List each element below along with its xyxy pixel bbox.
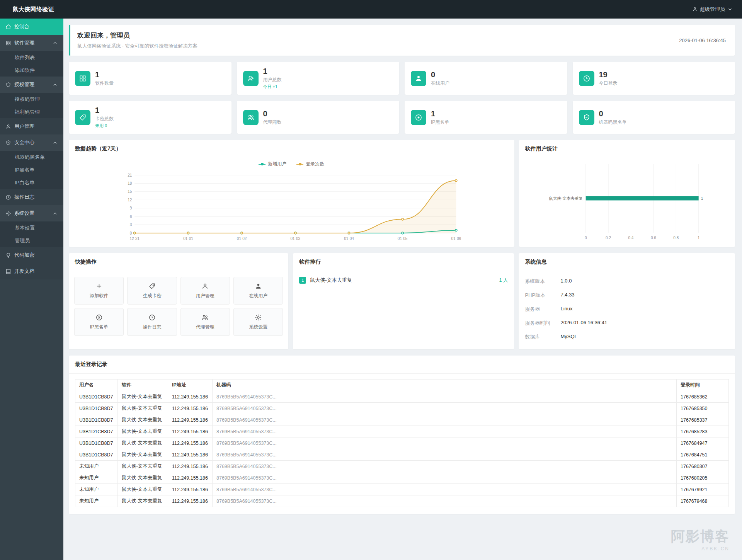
- stat-value: 1: [263, 67, 282, 75]
- sidebar-item-label: 授权管理: [14, 81, 34, 88]
- sidebar-item-code-encrypt[interactable]: 代码加密: [0, 247, 63, 263]
- cell-login-time: 1767684947: [677, 437, 729, 449]
- sidebar-item-ip-blacklist[interactable]: IP黑名单: [0, 163, 63, 176]
- cell-username: 未知用户: [75, 472, 118, 484]
- col-login-time: 登录时间: [677, 380, 729, 391]
- stat-label: 代理商数: [263, 119, 282, 126]
- svg-text:01-03: 01-03: [291, 237, 301, 241]
- sidebar-item-users[interactable]: 用户管理: [0, 118, 63, 134]
- ranking-list-item[interactable]: 1 鼠大侠-文本去重复 1 人: [293, 271, 514, 289]
- stat-software-count: 1软件数量: [69, 62, 231, 95]
- legend-new-users[interactable]: 新增用户: [259, 161, 286, 167]
- software-ranking-card: 软件排行 1 鼠大侠-文本去重复 1 人: [293, 253, 514, 349]
- sidebar-item-label: 系统设置: [14, 210, 34, 217]
- sidebar-item-ip-whitelist[interactable]: IP白名单: [0, 176, 63, 189]
- svg-text:01-06: 01-06: [451, 237, 461, 241]
- stat-label: 机器码黑名单: [599, 119, 627, 126]
- generate-card-button[interactable]: 生成卡密: [127, 277, 177, 305]
- person-icon: [255, 283, 262, 290]
- legend-label: 新增用户: [268, 161, 286, 167]
- cell-ip: 112.249.155.186: [168, 426, 213, 437]
- chevron-up-icon: [52, 140, 58, 146]
- cell-username: U3B1D1CB8D7: [75, 403, 118, 414]
- bulb-icon: [5, 252, 11, 258]
- cell-username: 未知用户: [75, 495, 118, 507]
- sidebar-group-settings[interactable]: 系统设置: [0, 205, 63, 221]
- sidebar-item-license-codes[interactable]: 授权码管理: [0, 93, 63, 106]
- cell-machine-code: 8769B5B5A6914055373C...: [213, 403, 677, 414]
- stat-label: 软件数量: [95, 80, 114, 87]
- svg-text:01-05: 01-05: [398, 237, 408, 241]
- legend-label: 登录次数: [306, 161, 324, 167]
- chevron-up-icon: [52, 82, 58, 88]
- sidebar-group-software[interactable]: 软件管理: [0, 35, 63, 51]
- clock-icon: [579, 71, 594, 86]
- stat-label: 用户总数: [263, 77, 282, 83]
- stat-value: 0: [431, 70, 449, 79]
- operation-logs-button[interactable]: 操作日志: [127, 308, 177, 336]
- sidebar-item-label: 安全中心: [14, 139, 34, 146]
- sidebar-item-basic-settings[interactable]: 基本设置: [0, 221, 63, 234]
- trend-chart-title: 数据趋势（近7天）: [69, 140, 514, 158]
- sidebar-item-machine-blacklist[interactable]: 机器码黑名单: [0, 151, 63, 163]
- user-menu[interactable]: 超级管理员: [692, 6, 733, 13]
- button-label: 代理管理: [196, 324, 214, 330]
- table-row: U3B1D1CB8D7 鼠大侠-文本去重复 112.249.155.186 87…: [75, 414, 729, 426]
- middle-row: 快捷操作 添加软件 生成卡密 用户管理 在线用户 IP黑名单 操作日志 代理管理…: [69, 253, 735, 349]
- sidebar-item-label: 代码加密: [14, 252, 34, 259]
- sidebar-group-license[interactable]: 授权管理: [0, 77, 63, 93]
- circle-dot-icon: [411, 110, 426, 125]
- add-software-button[interactable]: 添加软件: [74, 277, 124, 305]
- sidebar-item-welfare-codes[interactable]: 福利码管理: [0, 106, 63, 118]
- chevron-down-icon: [727, 7, 733, 12]
- svg-text:1: 1: [701, 196, 703, 201]
- table-row: U3B1D1CB8D7 鼠大侠-文本去重复 112.249.155.186 87…: [75, 403, 729, 414]
- user-management-button[interactable]: 用户管理: [180, 277, 230, 305]
- stat-extra: 今日 +1: [263, 84, 282, 90]
- user-menu-label: 超级管理员: [700, 6, 725, 13]
- info-value: MySQL: [560, 334, 577, 340]
- trend-chart-card: 数据趋势（近7天） 新增用户 登录次数 03691215182112-3101-…: [69, 140, 514, 247]
- quick-actions-card: 快捷操作 添加软件 生成卡密 用户管理 在线用户 IP黑名单 操作日志 代理管理…: [69, 253, 288, 349]
- chevron-up-icon: [52, 211, 58, 216]
- system-info-row: 数据库 MySQL: [525, 330, 729, 344]
- sidebar-item-console[interactable]: 控制台: [0, 19, 63, 35]
- sidebar-item-dev-docs[interactable]: 开发文档: [0, 263, 63, 279]
- button-label: 用户管理: [196, 293, 214, 299]
- badge-icon: [5, 82, 11, 88]
- cell-username: 未知用户: [75, 461, 118, 472]
- svg-text:01-02: 01-02: [237, 237, 247, 241]
- legend-marker: [296, 164, 303, 165]
- svg-text:15: 15: [128, 189, 132, 194]
- cell-login-time: 1767680205: [677, 472, 729, 484]
- sidebar-item-label: 福利码管理: [15, 109, 40, 116]
- grid-icon: [5, 40, 11, 46]
- table-header-row: 用户名 软件 IP地址 机器码 登录时间: [75, 380, 729, 391]
- sidebar-item-operation-logs[interactable]: 操作日志: [0, 189, 63, 205]
- cell-username: U3B1D1CB8D7: [75, 449, 118, 461]
- sidebar-item-add-software[interactable]: 添加软件: [0, 64, 63, 77]
- system-settings-button[interactable]: 系统设置: [233, 308, 283, 336]
- cell-software: 鼠大侠-文本去重复: [118, 472, 168, 484]
- cell-software: 鼠大侠-文本去重复: [118, 495, 168, 507]
- svg-text:0.6: 0.6: [651, 236, 656, 240]
- stat-value: 1: [95, 70, 114, 79]
- system-info-row: 服务器时间 2026-01-06 16:36:41: [525, 316, 729, 330]
- sidebar-group-security[interactable]: 安全中心: [0, 134, 63, 151]
- agent-management-button[interactable]: 代理管理: [180, 308, 230, 336]
- online-users-button[interactable]: 在线用户: [233, 277, 283, 305]
- svg-text:12-31: 12-31: [130, 237, 140, 241]
- stat-label: 在线用户: [431, 80, 449, 87]
- clock-icon: [148, 314, 156, 321]
- system-info-rows: 系统版本 1.0.0 PHP版本 7.4.33 服务器 Linux: [519, 271, 735, 349]
- svg-text:01-01: 01-01: [183, 237, 193, 241]
- sidebar-item-admins[interactable]: 管理员: [0, 234, 63, 247]
- ip-blacklist-button[interactable]: IP黑名单: [74, 308, 124, 336]
- legend-login-count[interactable]: 登录次数: [296, 161, 324, 167]
- sidebar-item-software-list[interactable]: 软件列表: [0, 51, 63, 64]
- welcome-title: 欢迎回来，管理员: [77, 31, 197, 40]
- trend-chart: 03691215182112-3101-0101-0201-0301-0401-…: [69, 168, 514, 247]
- cell-login-time: 1767685350: [677, 403, 729, 414]
- welcome-card: 欢迎回来，管理员 鼠大侠网络验证系统 · 安全可靠的软件授权验证解决方案 202…: [69, 25, 735, 56]
- tag-icon: [75, 110, 90, 125]
